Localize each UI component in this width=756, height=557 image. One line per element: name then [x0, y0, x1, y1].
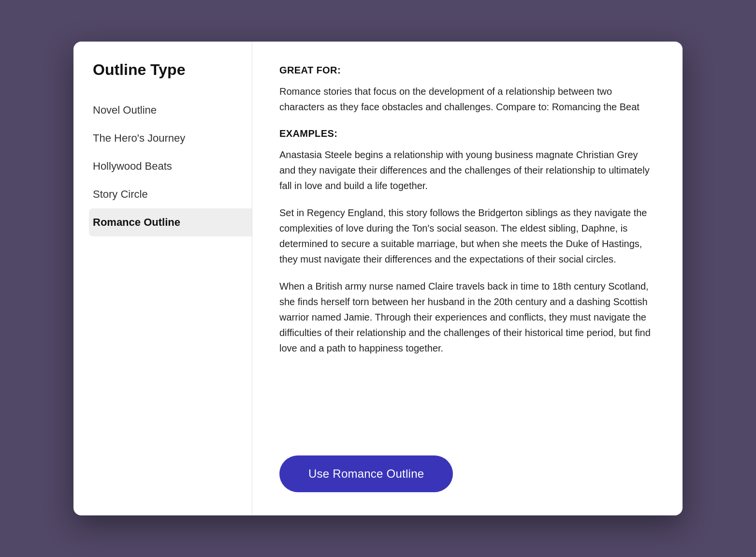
content-area: GREAT FOR: Romance stories that focus on…: [252, 42, 683, 515]
examples-text: Anastasia Steele begins a relationship w…: [279, 147, 655, 356]
great-for-text: Romance stories that focus on the develo…: [279, 84, 655, 115]
example-2: Set in Regency England, this story follo…: [279, 205, 655, 267]
great-for-section: GREAT FOR: Romance stories that focus on…: [279, 65, 655, 115]
sidebar-item-story-circle[interactable]: Story Circle: [93, 180, 252, 208]
sidebar-item-romance-outline[interactable]: Romance Outline: [89, 208, 252, 236]
great-for-heading: GREAT FOR:: [279, 65, 655, 76]
sidebar-item-hollywood-beats[interactable]: Hollywood Beats: [93, 152, 252, 180]
sidebar-title: Outline Type: [93, 61, 252, 79]
modal-dialog: Outline Type Novel Outline The Hero's Jo…: [73, 42, 683, 515]
sidebar-item-novel-outline[interactable]: Novel Outline: [93, 96, 252, 124]
examples-heading: EXAMPLES:: [279, 128, 655, 139]
example-1: Anastasia Steele begins a relationship w…: [279, 147, 655, 193]
outline-type-sidebar: Outline Type Novel Outline The Hero's Jo…: [73, 42, 252, 515]
example-3: When a British army nurse named Claire t…: [279, 278, 655, 356]
use-button-container: Use Romance Outline: [279, 436, 655, 492]
examples-section: EXAMPLES: Anastasia Steele begins a rela…: [279, 128, 655, 356]
sidebar-item-heros-journey[interactable]: The Hero's Journey: [93, 124, 252, 152]
use-romance-outline-button[interactable]: Use Romance Outline: [279, 455, 453, 492]
